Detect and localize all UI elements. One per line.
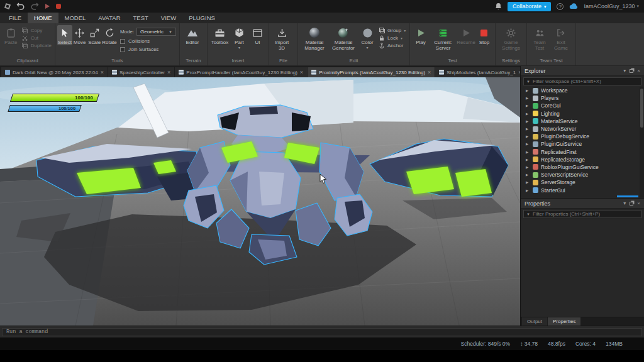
ribbon-tab[interactable]: MODEL [58, 13, 92, 23]
close-icon[interactable] [101, 70, 104, 75]
close-icon[interactable] [637, 201, 640, 206]
stop-button[interactable]: Stop [475, 25, 493, 45]
expand-arrow-icon[interactable] [526, 134, 530, 138]
ribbon-tab[interactable]: FILE [3, 13, 28, 23]
paste-button[interactable]: Paste [2, 25, 20, 45]
undo-icon[interactable] [16, 3, 25, 10]
import-3d-button[interactable]: Import 3D [271, 25, 292, 51]
close-icon[interactable] [637, 69, 640, 74]
document-tab[interactable]: SpaceshipController [108, 67, 174, 77]
ui-button[interactable]: UI [248, 25, 267, 45]
explorer-item[interactable]: StarterGui [521, 186, 644, 194]
explorer-item[interactable]: MaterialService [521, 118, 644, 125]
duplicate-button[interactable]: Duplicate [22, 43, 52, 48]
expand-arrow-icon[interactable] [526, 173, 530, 177]
chevron-down-icon: ▾ [544, 4, 547, 9]
expand-arrow-icon[interactable] [526, 142, 530, 146]
expand-arrow-icon[interactable] [526, 165, 530, 169]
account-menu[interactable]: IamACoolGuy_1230▾ [584, 3, 639, 9]
select-tool-button[interactable]: Select [57, 25, 72, 45]
toolbox-button[interactable]: Toolbox [209, 25, 230, 45]
expand-arrow-icon[interactable] [526, 112, 530, 116]
document-tab[interactable]: ShipModules (IamACoolGuy_1 [435, 67, 520, 77]
chevron-down-icon[interactable] [623, 201, 626, 206]
cut-button[interactable]: Cut [22, 35, 52, 41]
command-input[interactable]: Run a command [2, 328, 642, 336]
explorer-item[interactable]: Players [521, 94, 644, 102]
3d-viewport[interactable]: 100/100 100/100 [0, 77, 520, 326]
collisions-checkbox[interactable] [120, 39, 125, 44]
explorer-item[interactable]: PluginDebugService [521, 133, 644, 140]
close-icon[interactable] [428, 70, 431, 75]
explorer-item[interactable]: ServerStorage [521, 178, 644, 186]
expand-arrow-icon[interactable] [526, 96, 530, 100]
terrain-editor-button[interactable]: Editor [182, 25, 203, 45]
explorer-item[interactable]: NetworkServer [521, 125, 644, 133]
chevron-down-icon[interactable] [623, 69, 626, 74]
expand-arrow-icon[interactable] [526, 104, 530, 107]
explorer-scrollbar[interactable] [640, 87, 644, 198]
color-button[interactable]: Color ▾ [358, 25, 377, 50]
redo-icon[interactable] [31, 3, 39, 10]
anchor-label: Anchor [387, 43, 403, 48]
float-panel-icon[interactable] [630, 69, 633, 73]
filter-funnel-icon [526, 212, 530, 216]
expand-arrow-icon[interactable] [526, 180, 530, 184]
explorer-item[interactable]: ServerScriptService [521, 171, 644, 178]
expand-arrow-icon[interactable] [526, 89, 530, 92]
explorer-filter-input[interactable]: Filter workspace (Ctrl+Shift+X) [523, 77, 641, 85]
expand-arrow-icon[interactable] [526, 150, 530, 154]
game-settings-button[interactable]: Game Settings [497, 25, 525, 51]
material-generator-button[interactable]: Material Generator [329, 25, 358, 51]
play-button[interactable]: Play [412, 25, 430, 45]
expand-arrow-icon[interactable] [526, 189, 530, 192]
group-button[interactable]: Group▾ [379, 28, 406, 33]
move-tool-button[interactable]: Move [72, 25, 87, 45]
join-surfaces-checkbox-row[interactable]: Join Surfaces [120, 47, 176, 52]
help-icon[interactable]: ? [557, 3, 564, 10]
float-panel-icon[interactable] [630, 202, 633, 206]
collisions-checkbox-row[interactable]: Collisions [120, 38, 176, 44]
join-surfaces-checkbox[interactable] [120, 47, 125, 52]
document-tab[interactable]: Dark Orbit New @ 20 May 2023 22:04 [1, 67, 108, 77]
exit-game-button[interactable]: Exit Game [550, 25, 572, 51]
ribbon-tab[interactable]: VIEW [155, 13, 182, 23]
explorer-item[interactable]: Lighting [521, 110, 644, 118]
document-tab[interactable]: ProximityPrompts (IamACoolGuy_1230 Editi… [308, 67, 435, 77]
document-tab[interactable]: ProxPromptHandler (IamACoolGuy_1230 Edit… [175, 67, 307, 77]
dock-tab[interactable]: Properties [548, 317, 580, 326]
quick-play-icon[interactable] [45, 4, 50, 9]
rotate-tool-button[interactable]: Rotate [102, 25, 117, 45]
explorer-item[interactable]: PluginGuiService [521, 140, 644, 148]
record-icon[interactable] [56, 4, 61, 9]
resume-button[interactable]: Resume [457, 25, 475, 45]
explorer-item[interactable]: CoreGui [521, 102, 644, 109]
properties-filter-input[interactable]: Filter Properties (Ctrl+Shift+P) [523, 210, 641, 218]
dock-tab[interactable]: Output [522, 317, 547, 326]
lock-button[interactable]: Lock▾ [379, 35, 406, 41]
explorer-item[interactable]: ReplicatedFirst [521, 148, 644, 156]
expand-arrow-icon[interactable] [526, 158, 530, 162]
explorer-hscroll-indicator[interactable] [617, 195, 638, 197]
mode-dropdown[interactable]: Geometric▼ [136, 28, 176, 36]
copy-button[interactable]: Copy [22, 28, 52, 33]
explorer-item[interactable]: RobloxPluginGuiService [521, 163, 644, 171]
notifications-bell-icon[interactable] [495, 3, 502, 10]
current-server-dropdown[interactable]: Current: Server [430, 25, 457, 51]
ribbon-tab[interactable]: TEST [127, 13, 155, 23]
ribbon-tab[interactable]: AVATAR [92, 13, 126, 23]
explorer-item[interactable]: ReplicatedStorage [521, 156, 644, 163]
team-test-button[interactable]: Team Test [529, 25, 550, 51]
expand-arrow-icon[interactable] [526, 119, 530, 123]
close-icon[interactable] [167, 70, 170, 75]
ribbon-tab[interactable]: PLUGINS [182, 13, 221, 23]
collaborate-button[interactable]: Collaborate▾ [508, 2, 552, 11]
explorer-item[interactable]: Workspace [521, 87, 644, 94]
close-icon[interactable] [300, 70, 303, 75]
material-manager-button[interactable]: Material Manager [300, 25, 329, 51]
expand-arrow-icon[interactable] [526, 127, 530, 131]
scale-tool-button[interactable]: Scale [87, 25, 102, 45]
anchor-button[interactable]: Anchor [379, 43, 406, 48]
part-button[interactable]: Part ▾ [230, 25, 248, 50]
ribbon-tab[interactable]: HOME [28, 13, 58, 23]
